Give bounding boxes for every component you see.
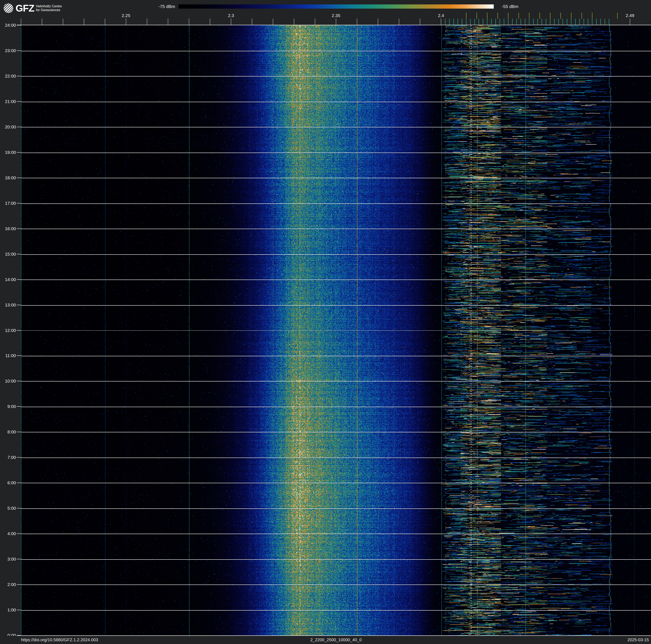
- ble-channel-tick: [454, 19, 454, 25]
- time-tick: [17, 610, 21, 610]
- ble-channel-tick: [575, 19, 576, 25]
- ble-channel-tick: [604, 19, 605, 25]
- footer-bar: https://doi.org/10.5880/GFZ.1.2.2024.003…: [0, 636, 651, 644]
- time-axis-label: 8:00: [0, 430, 16, 435]
- frequency-tick: [420, 19, 420, 25]
- time-tick: [17, 432, 21, 432]
- frequency-tick: [315, 19, 315, 25]
- time-axis-label: 21:00: [0, 99, 16, 104]
- time-axis-label: 14:00: [0, 277, 16, 282]
- time-axis-label: 2:00: [0, 582, 16, 587]
- time-axis-label: 20:00: [0, 124, 16, 129]
- time-axis-label: 16:00: [0, 226, 16, 231]
- time-axis-label: 15:00: [0, 252, 16, 257]
- time-tick: [17, 76, 21, 76]
- wifi-channel-tick: [617, 12, 618, 19]
- wifi-channel-tick: [539, 12, 540, 19]
- wifi-channel-tick: [582, 12, 582, 19]
- ble-channel-tick: [541, 19, 542, 25]
- frequency-tick: [273, 19, 273, 25]
- time-tick: [17, 152, 21, 153]
- wifi-channel-tick: [571, 12, 571, 19]
- wifi-channel-tick: [466, 12, 466, 19]
- ble-channel-tick: [491, 19, 492, 25]
- frequency-axis-label: 2.25: [122, 13, 130, 18]
- frequency-axis-label: 2.4: [438, 13, 444, 18]
- wifi-channel-tick: [560, 12, 561, 19]
- time-tick: [17, 101, 21, 102]
- ble-channel-tick: [600, 19, 601, 25]
- time-axis-label: 3:00: [0, 557, 16, 562]
- ble-channel-tick: [495, 19, 496, 25]
- frequency-tick: [147, 19, 147, 25]
- ble-channel-tick: [500, 19, 500, 25]
- ble-channel-tick: [529, 19, 529, 25]
- ble-channel-tick: [487, 19, 488, 25]
- time-axis-label: 11:00: [0, 353, 16, 358]
- time-axis-label: 5:00: [0, 506, 16, 511]
- frequency-tick: [399, 19, 399, 25]
- time-axis-label: 1:00: [0, 608, 16, 612]
- time-axis-label: 7:00: [0, 455, 16, 460]
- frequency-tick: [189, 19, 189, 25]
- wifi-channel-tick: [529, 12, 529, 19]
- time-tick: [17, 305, 21, 305]
- ble-channel-tick: [550, 19, 550, 25]
- ble-channel-tick: [466, 19, 466, 25]
- ble-channel-tick: [445, 19, 445, 25]
- frequency-tick: [210, 19, 210, 25]
- time-axis-label: 23:00: [0, 48, 16, 53]
- frequency-tick: [42, 19, 42, 25]
- time-axis-label: 4:00: [0, 531, 16, 536]
- frequency-axis-label: 2.35: [332, 13, 340, 18]
- time-tick: [17, 178, 21, 178]
- wifi-channel-tick: [497, 12, 498, 19]
- time-tick: [17, 51, 21, 51]
- frequency-tick: [126, 19, 126, 25]
- ble-channel-tick: [474, 19, 475, 25]
- time-tick: [17, 533, 21, 534]
- wifi-channel-tick: [519, 12, 519, 19]
- time-tick: [17, 279, 21, 280]
- wifi-channel-tick: [592, 12, 592, 19]
- ble-channel-tick: [579, 19, 580, 25]
- wifi-channel-tick: [508, 12, 508, 19]
- wifi-channel-tick: [476, 12, 477, 19]
- ble-channel-tick: [588, 19, 588, 25]
- time-tick: [17, 330, 21, 331]
- ble-channel-tick: [558, 19, 559, 25]
- time-axis-label: 13:00: [0, 302, 16, 308]
- ble-channel-tick: [592, 19, 592, 25]
- time-axis-label: 12:00: [0, 328, 16, 333]
- ble-channel-tick: [567, 19, 567, 25]
- time-axis-label: 22:00: [0, 74, 16, 79]
- spectrogram-canvas: [21, 25, 651, 635]
- time-tick: [17, 482, 21, 483]
- time-tick: [17, 406, 21, 407]
- frequency-axis-label: 2.49: [626, 13, 634, 18]
- ble-channel-tick: [533, 19, 534, 25]
- time-tick: [17, 254, 21, 254]
- time-tick: [17, 508, 21, 508]
- wifi-channel-tick: [487, 12, 488, 19]
- frequency-tick: [168, 19, 168, 25]
- frequency-tick: [63, 19, 63, 25]
- time-tick: [17, 355, 21, 356]
- ble-channel-tick: [508, 19, 508, 25]
- ble-channel-tick: [517, 19, 517, 25]
- ble-channel-tick: [554, 19, 555, 25]
- ble-channel-tick: [512, 19, 513, 25]
- frequency-tick: [84, 19, 84, 25]
- frequency-tick: [21, 19, 21, 25]
- time-axis-label: 6:00: [0, 480, 16, 485]
- wifi-channel-tick: [550, 12, 550, 19]
- frequency-tick: [630, 19, 630, 25]
- ble-channel-tick: [483, 19, 483, 25]
- time-tick: [17, 229, 21, 229]
- frequency-tick: [357, 19, 357, 25]
- ble-channel-tick: [609, 19, 609, 25]
- time-axis-label: 24:00: [0, 23, 16, 28]
- frequency-tick: [441, 19, 441, 25]
- time-tick: [17, 381, 21, 381]
- ble-channel-tick: [584, 19, 584, 25]
